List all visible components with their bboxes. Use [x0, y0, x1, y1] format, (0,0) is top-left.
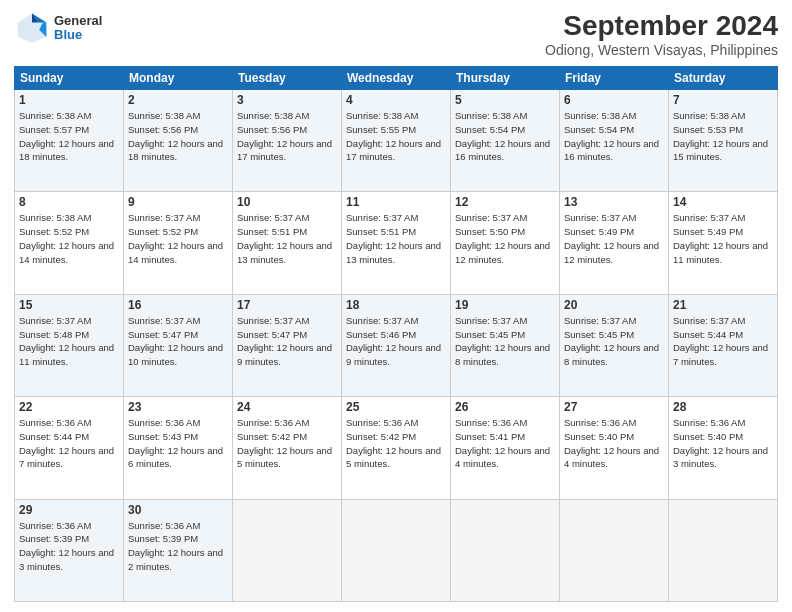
table-row: 27Sunrise: 5:36 AMSunset: 5:40 PMDayligh… — [560, 397, 669, 499]
day-number: 25 — [346, 400, 446, 414]
table-row: 26Sunrise: 5:36 AMSunset: 5:41 PMDayligh… — [451, 397, 560, 499]
day-info: Sunrise: 5:38 AMSunset: 5:56 PMDaylight:… — [128, 109, 228, 164]
table-row — [669, 499, 778, 601]
day-number: 15 — [19, 298, 119, 312]
calendar: Sunday Monday Tuesday Wednesday Thursday… — [14, 66, 778, 602]
location-title: Odiong, Western Visayas, Philippines — [545, 42, 778, 58]
table-row: 30Sunrise: 5:36 AMSunset: 5:39 PMDayligh… — [124, 499, 233, 601]
day-info: Sunrise: 5:37 AMSunset: 5:47 PMDaylight:… — [128, 314, 228, 369]
day-info: Sunrise: 5:37 AMSunset: 5:45 PMDaylight:… — [564, 314, 664, 369]
table-row: 5Sunrise: 5:38 AMSunset: 5:54 PMDaylight… — [451, 90, 560, 192]
col-friday: Friday — [560, 67, 669, 90]
day-number: 10 — [237, 195, 337, 209]
day-info: Sunrise: 5:38 AMSunset: 5:53 PMDaylight:… — [673, 109, 773, 164]
day-info: Sunrise: 5:36 AMSunset: 5:44 PMDaylight:… — [19, 416, 119, 471]
day-info: Sunrise: 5:37 AMSunset: 5:47 PMDaylight:… — [237, 314, 337, 369]
day-number: 6 — [564, 93, 664, 107]
day-info: Sunrise: 5:38 AMSunset: 5:57 PMDaylight:… — [19, 109, 119, 164]
table-row: 29Sunrise: 5:36 AMSunset: 5:39 PMDayligh… — [15, 499, 124, 601]
logo-line1: General — [54, 14, 102, 28]
day-number: 5 — [455, 93, 555, 107]
day-info: Sunrise: 5:37 AMSunset: 5:51 PMDaylight:… — [346, 211, 446, 266]
day-number: 14 — [673, 195, 773, 209]
day-number: 4 — [346, 93, 446, 107]
table-row: 22Sunrise: 5:36 AMSunset: 5:44 PMDayligh… — [15, 397, 124, 499]
table-row: 1Sunrise: 5:38 AMSunset: 5:57 PMDaylight… — [15, 90, 124, 192]
header: General Blue September 2024 Odiong, West… — [14, 10, 778, 58]
col-thursday: Thursday — [451, 67, 560, 90]
table-row: 18Sunrise: 5:37 AMSunset: 5:46 PMDayligh… — [342, 294, 451, 396]
day-info: Sunrise: 5:37 AMSunset: 5:52 PMDaylight:… — [128, 211, 228, 266]
month-title: September 2024 — [545, 10, 778, 42]
table-row: 25Sunrise: 5:36 AMSunset: 5:42 PMDayligh… — [342, 397, 451, 499]
week-row: 29Sunrise: 5:36 AMSunset: 5:39 PMDayligh… — [15, 499, 778, 601]
table-row: 4Sunrise: 5:38 AMSunset: 5:55 PMDaylight… — [342, 90, 451, 192]
day-info: Sunrise: 5:36 AMSunset: 5:43 PMDaylight:… — [128, 416, 228, 471]
table-row: 13Sunrise: 5:37 AMSunset: 5:49 PMDayligh… — [560, 192, 669, 294]
day-info: Sunrise: 5:37 AMSunset: 5:44 PMDaylight:… — [673, 314, 773, 369]
table-row: 21Sunrise: 5:37 AMSunset: 5:44 PMDayligh… — [669, 294, 778, 396]
table-row: 12Sunrise: 5:37 AMSunset: 5:50 PMDayligh… — [451, 192, 560, 294]
day-info: Sunrise: 5:36 AMSunset: 5:39 PMDaylight:… — [128, 519, 228, 574]
week-row: 1Sunrise: 5:38 AMSunset: 5:57 PMDaylight… — [15, 90, 778, 192]
week-row: 8Sunrise: 5:38 AMSunset: 5:52 PMDaylight… — [15, 192, 778, 294]
table-row: 14Sunrise: 5:37 AMSunset: 5:49 PMDayligh… — [669, 192, 778, 294]
table-row: 28Sunrise: 5:36 AMSunset: 5:40 PMDayligh… — [669, 397, 778, 499]
table-row: 8Sunrise: 5:38 AMSunset: 5:52 PMDaylight… — [15, 192, 124, 294]
header-row: Sunday Monday Tuesday Wednesday Thursday… — [15, 67, 778, 90]
col-wednesday: Wednesday — [342, 67, 451, 90]
table-row — [342, 499, 451, 601]
day-number: 11 — [346, 195, 446, 209]
col-monday: Monday — [124, 67, 233, 90]
logo: General Blue — [14, 10, 102, 46]
day-number: 30 — [128, 503, 228, 517]
table-row: 24Sunrise: 5:36 AMSunset: 5:42 PMDayligh… — [233, 397, 342, 499]
table-row: 2Sunrise: 5:38 AMSunset: 5:56 PMDaylight… — [124, 90, 233, 192]
day-info: Sunrise: 5:37 AMSunset: 5:49 PMDaylight:… — [673, 211, 773, 266]
table-row: 20Sunrise: 5:37 AMSunset: 5:45 PMDayligh… — [560, 294, 669, 396]
table-row: 17Sunrise: 5:37 AMSunset: 5:47 PMDayligh… — [233, 294, 342, 396]
day-info: Sunrise: 5:36 AMSunset: 5:42 PMDaylight:… — [237, 416, 337, 471]
day-info: Sunrise: 5:37 AMSunset: 5:48 PMDaylight:… — [19, 314, 119, 369]
day-number: 23 — [128, 400, 228, 414]
logo-icon — [14, 10, 50, 46]
col-tuesday: Tuesday — [233, 67, 342, 90]
day-info: Sunrise: 5:36 AMSunset: 5:40 PMDaylight:… — [673, 416, 773, 471]
day-info: Sunrise: 5:37 AMSunset: 5:49 PMDaylight:… — [564, 211, 664, 266]
day-number: 7 — [673, 93, 773, 107]
day-number: 12 — [455, 195, 555, 209]
table-row: 10Sunrise: 5:37 AMSunset: 5:51 PMDayligh… — [233, 192, 342, 294]
day-info: Sunrise: 5:38 AMSunset: 5:52 PMDaylight:… — [19, 211, 119, 266]
day-number: 24 — [237, 400, 337, 414]
day-number: 8 — [19, 195, 119, 209]
week-row: 22Sunrise: 5:36 AMSunset: 5:44 PMDayligh… — [15, 397, 778, 499]
title-block: September 2024 Odiong, Western Visayas, … — [545, 10, 778, 58]
day-number: 26 — [455, 400, 555, 414]
logo-text: General Blue — [54, 14, 102, 43]
day-info: Sunrise: 5:36 AMSunset: 5:40 PMDaylight:… — [564, 416, 664, 471]
table-row: 6Sunrise: 5:38 AMSunset: 5:54 PMDaylight… — [560, 90, 669, 192]
table-row — [233, 499, 342, 601]
day-number: 21 — [673, 298, 773, 312]
table-row: 19Sunrise: 5:37 AMSunset: 5:45 PMDayligh… — [451, 294, 560, 396]
day-number: 3 — [237, 93, 337, 107]
day-info: Sunrise: 5:37 AMSunset: 5:46 PMDaylight:… — [346, 314, 446, 369]
day-number: 16 — [128, 298, 228, 312]
day-info: Sunrise: 5:36 AMSunset: 5:39 PMDaylight:… — [19, 519, 119, 574]
day-info: Sunrise: 5:37 AMSunset: 5:51 PMDaylight:… — [237, 211, 337, 266]
day-number: 2 — [128, 93, 228, 107]
day-info: Sunrise: 5:38 AMSunset: 5:56 PMDaylight:… — [237, 109, 337, 164]
day-number: 1 — [19, 93, 119, 107]
day-info: Sunrise: 5:38 AMSunset: 5:54 PMDaylight:… — [455, 109, 555, 164]
table-row: 7Sunrise: 5:38 AMSunset: 5:53 PMDaylight… — [669, 90, 778, 192]
day-number: 19 — [455, 298, 555, 312]
col-saturday: Saturday — [669, 67, 778, 90]
week-row: 15Sunrise: 5:37 AMSunset: 5:48 PMDayligh… — [15, 294, 778, 396]
table-row — [560, 499, 669, 601]
table-row — [451, 499, 560, 601]
table-row: 11Sunrise: 5:37 AMSunset: 5:51 PMDayligh… — [342, 192, 451, 294]
day-info: Sunrise: 5:36 AMSunset: 5:41 PMDaylight:… — [455, 416, 555, 471]
day-number: 22 — [19, 400, 119, 414]
day-info: Sunrise: 5:36 AMSunset: 5:42 PMDaylight:… — [346, 416, 446, 471]
day-info: Sunrise: 5:37 AMSunset: 5:50 PMDaylight:… — [455, 211, 555, 266]
